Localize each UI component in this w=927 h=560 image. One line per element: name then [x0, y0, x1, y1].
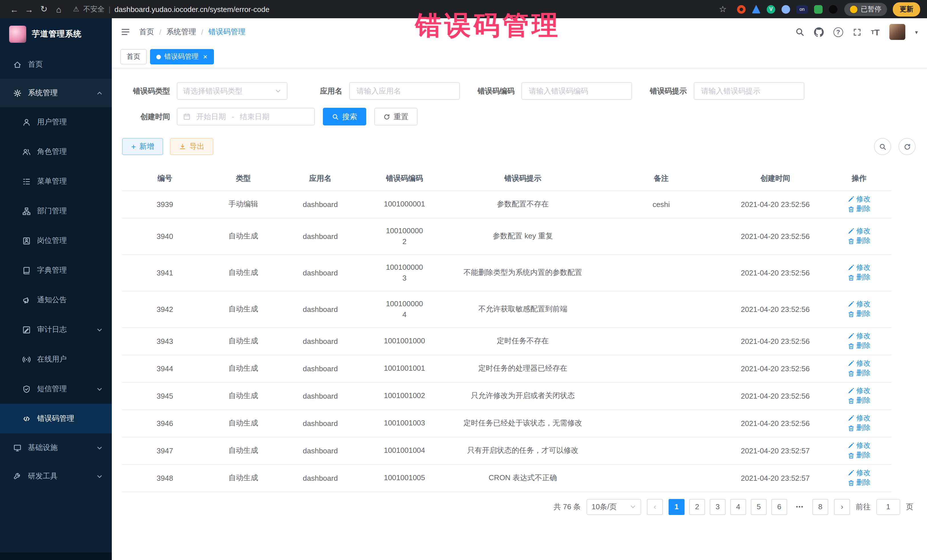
sms-icon — [22, 385, 31, 393]
edit-link[interactable]: 修改 — [848, 194, 871, 204]
home-icon[interactable]: ⌂ — [51, 4, 66, 14]
edit-link[interactable]: 修改 — [848, 468, 871, 478]
bookmark-star-icon[interactable]: ☆ — [715, 4, 730, 14]
edit-link[interactable]: 修改 — [848, 263, 871, 272]
sidebar-item-megaphone[interactable]: 通知公告 — [0, 285, 112, 315]
toggle-search-button[interactable] — [874, 138, 891, 155]
page-button[interactable]: 6 — [771, 499, 787, 514]
font-size-icon[interactable]: TT — [871, 27, 880, 37]
sidebar-item-label: 审计日志 — [37, 325, 91, 335]
delete-link[interactable]: 删除 — [848, 478, 871, 487]
extension-on-icon[interactable]: on — [796, 5, 808, 14]
paused-badge[interactable]: 已暂停 — [844, 3, 887, 16]
refresh-table-button[interactable] — [898, 138, 916, 155]
page-button[interactable]: 4 — [730, 499, 746, 514]
type-select[interactable]: 请选择错误码类型 — [177, 82, 287, 100]
page-button[interactable]: 2 — [689, 499, 705, 514]
prev-page-button[interactable]: ‹ — [647, 499, 663, 514]
back-icon[interactable]: ← — [7, 4, 22, 14]
export-button[interactable]: 导出 — [170, 138, 213, 155]
sidebar-item-sms[interactable]: 短信管理 — [0, 374, 112, 404]
extension-green-icon[interactable] — [814, 5, 823, 14]
sidebar-item-org[interactable]: 部门管理 — [0, 196, 112, 226]
cell-actions: 修改删除 — [827, 464, 892, 492]
sidebar: 芋道管理系统 首页系统管理用户管理角色管理菜单管理部门管理岗位管理字典管理通知公… — [0, 18, 112, 560]
extension-red-icon[interactable] — [737, 5, 746, 14]
delete-link[interactable]: 删除 — [848, 423, 871, 433]
edit-link[interactable]: 修改 — [848, 358, 871, 368]
tab-首页[interactable]: 首页 — [120, 49, 147, 64]
sidebar-item-log[interactable]: 审计日志 — [0, 315, 112, 344]
add-button[interactable]: + 新增 — [122, 138, 163, 155]
page-size-select[interactable]: 10条/页 — [587, 499, 641, 514]
reset-button[interactable]: 重置 — [374, 108, 418, 126]
edit-link[interactable]: 修改 — [848, 440, 871, 450]
breadcrumb-item[interactable]: 首页 — [139, 27, 154, 37]
extension-v-icon[interactable]: V — [767, 5, 775, 14]
edit-link[interactable]: 修改 — [848, 226, 871, 236]
edit-link[interactable]: 修改 — [848, 331, 871, 341]
page-button[interactable]: 1 — [669, 499, 685, 514]
sidebar-item-online[interactable]: 在线用户 — [0, 344, 112, 374]
badge-icon — [22, 237, 31, 245]
cell-remark — [599, 355, 724, 382]
sidebar-item-home[interactable]: 首页 — [0, 50, 112, 79]
extension-paw-icon[interactable] — [829, 5, 837, 14]
hint-input[interactable] — [700, 86, 798, 96]
update-button[interactable]: 更新 — [893, 2, 920, 16]
sidebar-item-tool[interactable]: 研发工具 — [0, 462, 112, 490]
chevron-down-icon — [96, 445, 103, 451]
fullscreen-icon[interactable] — [853, 28, 861, 36]
breadcrumb-item[interactable]: 错误码管理 — [208, 27, 246, 37]
edit-link[interactable]: 修改 — [848, 299, 871, 309]
sidebar-item-gear[interactable]: 系统管理 — [0, 79, 112, 107]
date-range-picker[interactable]: 开始日期 - 结束日期 — [177, 108, 315, 126]
sidebar-collapse-bar[interactable] — [0, 552, 112, 560]
sidebar-item-badge[interactable]: 岗位管理 — [0, 226, 112, 255]
page-button[interactable]: 8 — [812, 499, 828, 514]
code-input[interactable] — [528, 86, 626, 96]
delete-link[interactable]: 删除 — [848, 369, 871, 378]
search-icon[interactable] — [795, 27, 804, 36]
app-input[interactable] — [356, 86, 453, 96]
hamburger-icon[interactable] — [121, 27, 130, 36]
sidebar-item-infra[interactable]: 基础设施 — [0, 433, 112, 462]
avatar-caret-icon[interactable]: ▾ — [915, 29, 918, 35]
user-icon — [22, 118, 31, 126]
search-button[interactable]: 搜索 — [323, 108, 366, 126]
goto-page-input[interactable] — [876, 499, 900, 514]
breadcrumb-item[interactable]: 系统管理 — [166, 27, 196, 37]
extension-people-icon[interactable] — [781, 5, 790, 14]
sidebar-item-code[interactable]: 错误码管理 — [0, 404, 112, 433]
sidebar-item-users[interactable]: 角色管理 — [0, 137, 112, 167]
tab-错误码管理[interactable]: 错误码管理× — [150, 49, 214, 64]
delete-link[interactable]: 删除 — [848, 236, 871, 246]
user-avatar[interactable] — [889, 24, 905, 40]
app-title: 芋道管理系统 — [32, 29, 82, 39]
next-page-button[interactable]: › — [834, 499, 850, 514]
sidebar-item-menu[interactable]: 菜单管理 — [0, 167, 112, 196]
delete-link[interactable]: 删除 — [848, 273, 871, 282]
edit-link[interactable]: 修改 — [848, 386, 871, 396]
edit-link[interactable]: 修改 — [848, 413, 871, 423]
extension-blue-icon[interactable] — [752, 5, 760, 14]
page-button[interactable]: 3 — [710, 499, 726, 514]
close-icon[interactable]: × — [203, 53, 207, 61]
sidebar-item-book[interactable]: 字典管理 — [0, 255, 112, 285]
help-icon[interactable]: ? — [833, 27, 843, 37]
reload-icon[interactable]: ↻ — [36, 4, 51, 14]
delete-link[interactable]: 删除 — [848, 341, 871, 351]
delete-link[interactable]: 删除 — [848, 396, 871, 405]
pagination-ellipsis[interactable]: ••• — [792, 499, 808, 514]
cell-id: 3946 — [122, 410, 208, 437]
delete-link[interactable]: 删除 — [848, 451, 871, 460]
github-icon[interactable] — [814, 27, 824, 37]
delete-link[interactable]: 删除 — [848, 309, 871, 319]
delete-link[interactable]: 删除 — [848, 204, 871, 214]
app-logo[interactable]: 芋道管理系统 — [0, 18, 112, 50]
address-bar[interactable]: ⚠ 不安全 | dashboard.yudao.iocoder.cn/syste… — [73, 4, 269, 14]
cell-hint: 定时任务的处理器已经存在 — [447, 355, 599, 382]
page-button[interactable]: 5 — [751, 499, 767, 514]
forward-icon[interactable]: → — [22, 4, 36, 14]
sidebar-item-user[interactable]: 用户管理 — [0, 107, 112, 137]
